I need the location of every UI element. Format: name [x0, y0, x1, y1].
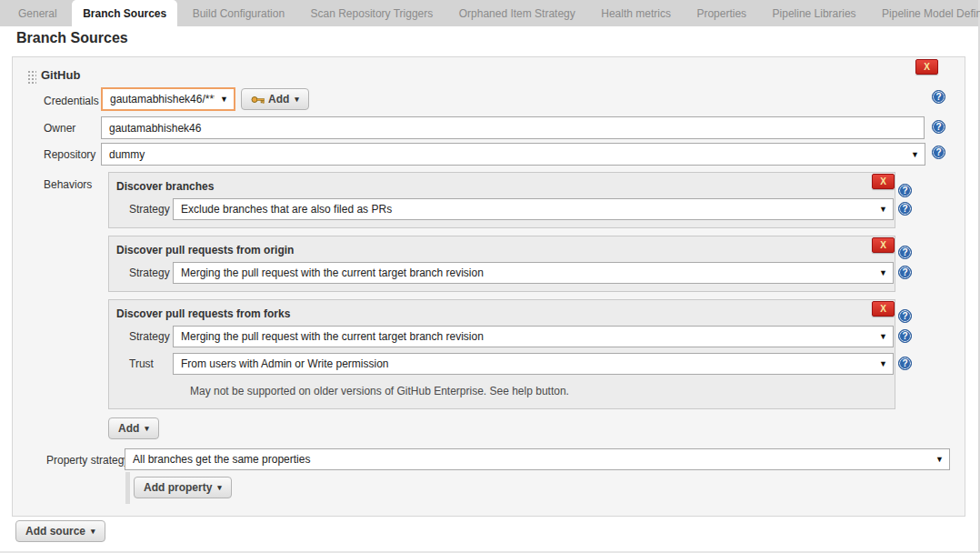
add-source-label: Add source	[25, 525, 85, 538]
tab-scan-repository-triggers[interactable]: Scan Repository Triggers	[300, 0, 445, 28]
add-credentials-label: Add	[268, 93, 289, 106]
delete-behavior-button[interactable]: X	[872, 237, 895, 253]
config-tab-bar: General Branch Sources Build Configurati…	[0, 0, 978, 26]
branch-source-github-section: GitHub X Credentials gautamabhishek46/**…	[12, 56, 965, 517]
tab-pipeline-libraries[interactable]: Pipeline Libraries	[762, 0, 867, 28]
behavior-discover-pr-origin: Discover pull requests from origin X Str…	[108, 236, 895, 292]
tab-properties[interactable]: Properties	[685, 0, 757, 28]
delete-behavior-button[interactable]: X	[872, 301, 895, 317]
trust-label: Trust	[129, 357, 154, 370]
jenkins-config-page: General Branch Sources Build Configurati…	[0, 0, 980, 553]
key-icon	[251, 96, 265, 104]
tab-orphaned-item-strategy[interactable]: Orphaned Item Strategy	[448, 0, 586, 28]
behavior-help-icon[interactable]: ?	[898, 246, 912, 259]
strategy-label: Strategy	[129, 330, 170, 343]
add-behavior-label: Add	[118, 422, 139, 435]
strategy-label: Strategy	[129, 203, 170, 216]
behaviors-label: Behaviors	[44, 178, 92, 191]
credentials-select[interactable]: gautamabhishek46/****** ▼	[101, 87, 235, 111]
caret-down-icon: ▾	[295, 95, 299, 104]
caret-down-icon: ▾	[145, 424, 149, 433]
trust-note: May not be supported on older versions o…	[190, 385, 569, 397]
caret-down-icon: ▾	[91, 527, 95, 536]
add-property-label: Add property	[144, 481, 212, 494]
strategy-help-icon[interactable]: ?	[898, 266, 912, 279]
behavior-title: Discover branches	[116, 180, 214, 193]
strategy-select-value: Exclude branches that are also filed as …	[181, 203, 874, 216]
owner-input[interactable]	[101, 116, 925, 139]
property-strategy-select-value: All branches get the same properties	[133, 453, 930, 466]
behavior-title: Discover pull requests from origin	[116, 244, 294, 256]
credentials-help-icon[interactable]: ?	[932, 90, 945, 104]
trust-help-icon[interactable]: ?	[898, 357, 912, 370]
delete-behavior-button[interactable]: X	[872, 174, 895, 189]
chevron-down-icon: ▼	[879, 268, 887, 277]
chevron-down-icon: ▼	[911, 150, 919, 159]
page-title: Branch Sources	[16, 30, 128, 46]
delete-source-button[interactable]: X	[915, 59, 938, 75]
add-behavior-button[interactable]: Add ▾	[108, 417, 159, 439]
behavior-title: Discover pull requests from forks	[116, 307, 290, 320]
insertion-marker	[125, 472, 130, 504]
tab-build-configuration[interactable]: Build Configuration	[182, 0, 295, 28]
chevron-down-icon: ▼	[220, 95, 228, 104]
strategy-select-value: Merging the pull request with the curren…	[181, 266, 874, 279]
chevron-down-icon: ▼	[879, 205, 887, 214]
drag-handle-icon[interactable]	[27, 70, 36, 84]
behavior-help-icon[interactable]: ?	[898, 184, 912, 197]
tab-branch-sources[interactable]: Branch Sources	[72, 0, 177, 28]
property-strategy-label: Property strategy	[46, 454, 129, 467]
repository-select[interactable]: dummy ▼	[101, 143, 925, 166]
property-strategy-select[interactable]: All branches get the same properties ▼	[125, 448, 950, 470]
repository-help-icon[interactable]: ?	[932, 146, 945, 159]
owner-help-icon[interactable]: ?	[932, 120, 945, 134]
tab-pipeline-model-definition[interactable]: Pipeline Model Definition	[871, 0, 980, 28]
pr-origin-strategy-select[interactable]: Merging the pull request with the curren…	[173, 262, 894, 284]
credentials-select-value: gautamabhishek46/******	[110, 93, 215, 106]
owner-label: Owner	[44, 122, 75, 135]
discover-branches-strategy-select[interactable]: Exclude branches that are also filed as …	[173, 198, 894, 220]
tab-health-metrics[interactable]: Health metrics	[590, 0, 682, 28]
repository-select-value: dummy	[109, 148, 905, 161]
chevron-down-icon: ▼	[879, 332, 887, 341]
behavior-discover-branches: Discover branches X Strategy Exclude bra…	[108, 172, 895, 228]
repository-label: Repository	[44, 148, 95, 161]
pr-forks-strategy-select[interactable]: Merging the pull request with the curren…	[173, 326, 894, 347]
chevron-down-icon: ▼	[879, 359, 887, 368]
strategy-help-icon[interactable]: ?	[898, 202, 912, 216]
behavior-help-icon[interactable]: ?	[898, 309, 912, 323]
pr-forks-trust-select[interactable]: From users with Admin or Write permissio…	[173, 353, 894, 375]
add-property-button[interactable]: Add property ▾	[134, 477, 232, 498]
caret-down-icon: ▾	[217, 483, 222, 492]
add-source-button[interactable]: Add source ▾	[15, 520, 105, 542]
chevron-down-icon: ▼	[935, 455, 944, 464]
tab-general[interactable]: General	[7, 0, 68, 28]
strategy-select-value: Merging the pull request with the curren…	[181, 330, 874, 343]
source-type-title: GitHub	[41, 68, 80, 82]
behavior-discover-pr-forks: Discover pull requests from forks X Stra…	[108, 299, 895, 409]
trust-select-value: From users with Admin or Write permissio…	[181, 357, 874, 370]
strategy-label: Strategy	[129, 266, 170, 279]
strategy-help-icon[interactable]: ?	[898, 329, 912, 343]
add-credentials-button[interactable]: Add ▾	[241, 88, 309, 110]
credentials-label: Credentials	[44, 95, 99, 107]
